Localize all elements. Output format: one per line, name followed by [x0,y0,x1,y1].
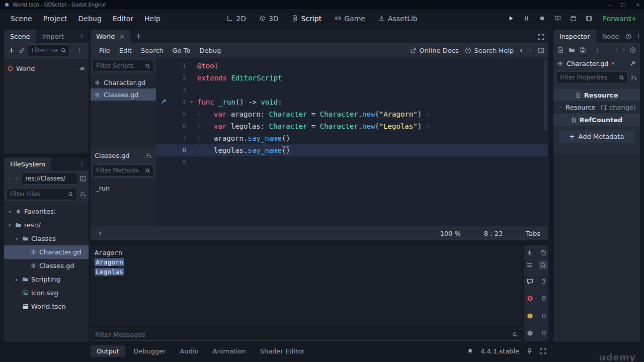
code-line-4[interactable]: 4▾func _run() -> void: [156,96,548,108]
menu-help[interactable]: Help [139,13,166,25]
script-item-classes-gd[interactable]: Classes.gd [91,88,156,101]
collapse-arrow-icon[interactable]: ▾ [14,236,20,241]
new-resource-icon[interactable] [557,47,564,53]
fs-item-character-gd[interactable]: Character.gd [4,245,89,259]
notification-bell-icon[interactable] [467,348,473,354]
cursor-position[interactable]: 8 : 23 [484,230,503,237]
output-line[interactable]: Aragorn [95,248,518,257]
fs-item-classes-folder[interactable]: ▾ Classes [4,232,89,245]
code-line-9[interactable]: 9 [156,156,548,168]
fs-item-world-tscn[interactable]: World.tscn [4,300,89,313]
add-node-button[interactable]: + [7,46,16,54]
menu-debug[interactable]: Debug [73,13,107,25]
tab-inspector[interactable]: Inspector [553,30,596,43]
visibility-eye-icon[interactable] [79,65,86,72]
fs-item-res-root[interactable]: ▾ res:// [4,218,89,232]
script-item-character-gd[interactable]: Character.gd [91,76,156,88]
search-help-button[interactable]: Search Help [465,47,514,54]
code-scrollbar[interactable] [544,60,547,130]
instance-scene-link-icon[interactable] [19,47,25,54]
sort-methods-icon[interactable] [145,152,152,159]
renderer-dropdown[interactable]: Forward+ [599,15,640,23]
errors-counter[interactable]: 0 [527,293,546,304]
edited-resource-row[interactable]: Character.gd ▾ [553,57,640,70]
workspace-script[interactable]: Script [288,13,326,25]
filesystem-dock-menu-icon[interactable]: ⋮ [75,160,89,168]
method-item-run[interactable]: _run [91,182,156,194]
menu-search[interactable]: Search [136,45,168,56]
property-name-style-icon[interactable] [630,74,637,81]
copy-output-button[interactable] [539,248,548,257]
fs-back-icon[interactable]: ‹ [7,174,13,183]
search-output-button[interactable] [539,260,548,269]
sort-files-icon[interactable] [79,191,86,198]
play-button[interactable] [505,13,517,25]
tab-scene[interactable]: Scene [4,30,36,43]
minimize-button[interactable]: – [608,2,611,8]
pause-button[interactable] [521,13,533,25]
workspace-2d[interactable]: 2D [222,13,250,25]
online-docs-button[interactable]: Online Docs [410,47,459,54]
load-resource-folder-icon[interactable] [569,47,575,53]
expand-arrow-icon[interactable]: › [557,105,563,110]
collapse-duplicates-button[interactable] [525,260,534,269]
close-button[interactable]: × [636,2,640,8]
output-filter-input[interactable]: Filter Messages [91,328,522,341]
new-scene-tab-button[interactable]: + [130,32,147,41]
indent-mode[interactable]: Tabs [526,230,540,237]
tab-world-scene[interactable]: World × [91,30,130,43]
code-editor[interactable]: 1@tool2extends EditorScript34▾func _run(… [156,58,548,226]
pin-bottom-panel-icon[interactable] [526,348,533,354]
inspector-dock-menu-icon[interactable]: ⋮ [632,33,644,40]
workspace-game[interactable]: Game [331,13,369,25]
menu-file[interactable]: File [95,45,115,56]
scroll-to-end-button[interactable] [525,248,534,257]
stop-button[interactable] [536,13,548,25]
fs-item-icon-svg[interactable]: icon.svg [4,286,89,300]
history-back-icon[interactable]: ‹ [520,46,523,55]
fs-filter-input[interactable]: Filter Files [7,188,77,200]
play-scene-button[interactable] [552,13,564,25]
inspector-forward-icon[interactable]: › [622,45,625,54]
distraction-free-button[interactable] [538,33,548,40]
output-log[interactable]: AragornAragornLegolas [91,245,522,326]
warnings-counter[interactable]: 0 [527,311,546,321]
section-refcounted[interactable]: RefCounted [553,114,640,126]
scene-options-icon[interactable]: ⋮ [72,47,86,54]
section-resource[interactable]: Resource [553,89,640,101]
info-counter[interactable]: 0 [527,328,546,338]
bottom-tab-audio[interactable]: Audio [174,345,205,357]
add-metadata-button[interactable]: + Add Metadata [559,130,634,143]
menu-editor[interactable]: Editor [107,13,139,25]
resource-options-icon[interactable]: ⋮ [591,46,604,54]
movie-maker-button[interactable] [583,13,595,25]
expand-arrow-icon[interactable]: ▸ [14,277,20,282]
workspace-3d[interactable]: 3D [255,13,283,25]
history-icon[interactable] [629,47,636,53]
collapse-scripts-panel-icon[interactable]: ‹ [99,229,102,238]
bottom-tab-shader[interactable]: Shader Editor [254,345,311,357]
fs-path-input[interactable]: res://Classes/ [21,172,78,185]
scene-dock-menu-icon[interactable]: ⋮ [75,33,89,40]
menu-debug[interactable]: Debug [195,45,225,56]
code-line-2[interactable]: 2extends EditorScript [156,72,548,84]
history-forward-icon[interactable]: › [529,46,532,55]
output-line[interactable]: Aragorn [95,257,518,267]
split-view-icon[interactable] [79,175,86,182]
resource-group-row[interactable]: › Resource (1 change) [553,101,640,113]
zoom-level[interactable]: 100 % [440,230,460,237]
bottom-tab-output[interactable]: Output [91,345,125,357]
methods-filter-input[interactable]: Filter Methods [93,164,154,176]
save-resource-icon[interactable] [580,47,586,53]
menu-project[interactable]: Project [38,13,73,25]
code-line-1[interactable]: 1@tool [156,60,548,72]
tab-node[interactable]: Node [596,30,625,43]
code-line-7[interactable]: 7»aragorn.say_name() [156,132,548,144]
tab-filesystem[interactable]: FileSystem [4,157,51,170]
toggle-scripts-panel-icon[interactable] [538,47,544,54]
output-line[interactable]: Legolas [95,267,518,277]
resource-tools-icon[interactable] [630,60,636,67]
scripts-filter-input[interactable]: Filter Scripts [93,60,154,72]
engine-version[interactable]: 4.4.1.stable [480,347,519,355]
maximize-button[interactable]: □ [621,2,625,8]
